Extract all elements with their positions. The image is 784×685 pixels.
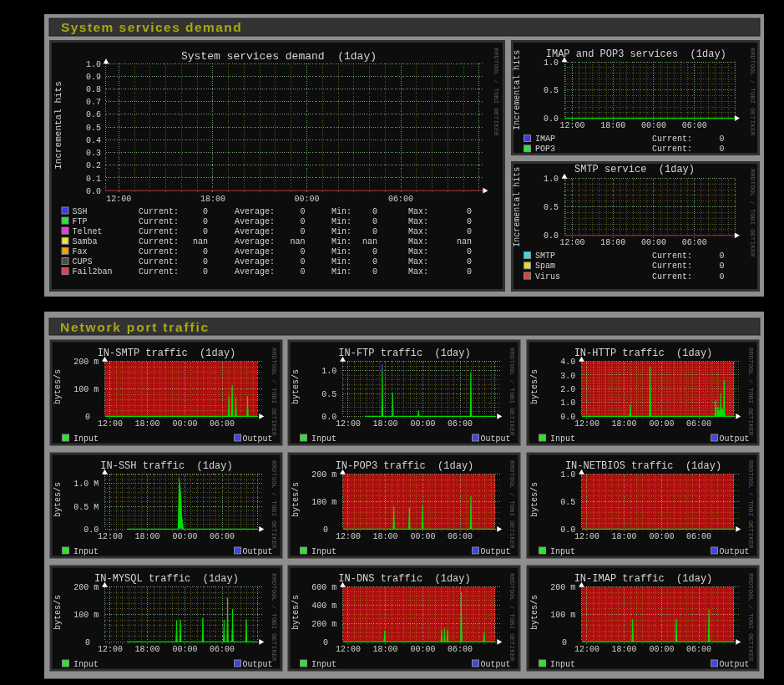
svg-text:Input: Input bbox=[550, 660, 575, 669]
svg-text:Average:: Average: bbox=[235, 227, 275, 236]
svg-text:00:00: 00:00 bbox=[172, 645, 197, 654]
svg-text:Max:: Max: bbox=[408, 257, 428, 266]
svg-text:Min:: Min: bbox=[331, 247, 352, 256]
svg-text:Current:: Current: bbox=[139, 257, 179, 266]
svg-text:18:00: 18:00 bbox=[373, 419, 398, 429]
svg-text:00:00: 00:00 bbox=[294, 195, 319, 204]
svg-text:06:00: 06:00 bbox=[448, 419, 473, 429]
svg-text:Min:: Min: bbox=[331, 267, 352, 277]
svg-text:100 m: 100 m bbox=[73, 611, 99, 620]
svg-text:Average:: Average: bbox=[235, 207, 275, 216]
svg-text:0: 0 bbox=[203, 207, 208, 216]
svg-text:SMTP: SMTP bbox=[535, 251, 555, 261]
svg-text:Current:: Current: bbox=[139, 267, 179, 277]
svg-text:0: 0 bbox=[300, 267, 305, 277]
svg-text:0: 0 bbox=[372, 247, 377, 256]
svg-text:12:00: 12:00 bbox=[98, 419, 123, 429]
svg-text:Min:: Min: bbox=[331, 227, 352, 236]
svg-text:0: 0 bbox=[372, 257, 377, 266]
svg-text:Input: Input bbox=[73, 547, 99, 556]
svg-text:06:00: 06:00 bbox=[686, 532, 711, 541]
svg-text:Current:: Current: bbox=[652, 261, 692, 271]
svg-text:Current:: Current: bbox=[139, 237, 179, 246]
svg-text:0.7: 0.7 bbox=[86, 98, 101, 107]
svg-text:IN-MYSQL traffic (1day): IN-MYSQL traffic (1day) bbox=[94, 573, 239, 585]
svg-text:Output: Output bbox=[481, 660, 511, 669]
svg-text:Telnet: Telnet bbox=[73, 227, 103, 236]
svg-text:RRDTOOL / TOBI OETIKER: RRDTOOL / TOBI OETIKER bbox=[508, 348, 516, 436]
svg-text:Average:: Average: bbox=[235, 237, 275, 246]
svg-text:Spam: Spam bbox=[535, 261, 555, 271]
svg-text:0: 0 bbox=[467, 247, 472, 256]
svg-text:bytes/s: bytes/s bbox=[291, 482, 301, 517]
svg-text:1.0: 1.0 bbox=[560, 398, 575, 408]
svg-text:18:00: 18:00 bbox=[373, 645, 398, 654]
svg-text:0: 0 bbox=[300, 227, 305, 236]
svg-text:18:00: 18:00 bbox=[373, 532, 398, 541]
svg-text:0: 0 bbox=[467, 217, 472, 226]
svg-text:Average:: Average: bbox=[235, 247, 275, 256]
svg-text:IN-IMAP traffic (1day): IN-IMAP traffic (1day) bbox=[574, 573, 713, 585]
svg-text:Output: Output bbox=[720, 547, 750, 556]
svg-text:Input: Input bbox=[550, 434, 575, 444]
svg-text:CUPS: CUPS bbox=[73, 257, 93, 266]
svg-text:Virus: Virus bbox=[535, 272, 560, 282]
svg-text:SSH: SSH bbox=[73, 207, 88, 216]
svg-text:Input: Input bbox=[311, 547, 336, 556]
svg-text:0.5: 0.5 bbox=[544, 86, 559, 95]
svg-text:SMTP service (1day): SMTP service (1day) bbox=[574, 164, 695, 175]
svg-text:IMAP: IMAP bbox=[535, 134, 555, 144]
svg-text:06:00: 06:00 bbox=[682, 121, 707, 130]
svg-text:bytes/s: bytes/s bbox=[291, 595, 301, 630]
svg-text:06:00: 06:00 bbox=[210, 532, 235, 541]
svg-text:600 m: 600 m bbox=[311, 583, 336, 592]
svg-text:Input: Input bbox=[73, 660, 99, 669]
svg-text:0: 0 bbox=[323, 525, 328, 535]
svg-text:12:00: 12:00 bbox=[98, 645, 123, 654]
svg-text:0: 0 bbox=[372, 217, 377, 226]
svg-text:Max:: Max: bbox=[408, 247, 428, 256]
svg-text:12:00: 12:00 bbox=[336, 419, 361, 429]
svg-text:06:00: 06:00 bbox=[448, 532, 473, 541]
svg-text:Output: Output bbox=[243, 547, 273, 556]
svg-text:12:00: 12:00 bbox=[574, 645, 599, 654]
svg-text:100 m: 100 m bbox=[550, 611, 575, 620]
svg-text:06:00: 06:00 bbox=[210, 419, 235, 429]
svg-text:bytes/s: bytes/s bbox=[53, 595, 63, 630]
svg-text:IN-POP3 traffic (1day): IN-POP3 traffic (1day) bbox=[336, 460, 474, 472]
svg-text:200 m: 200 m bbox=[311, 470, 336, 480]
svg-text:0: 0 bbox=[203, 227, 208, 236]
svg-text:0: 0 bbox=[323, 638, 328, 647]
svg-text:0: 0 bbox=[300, 247, 305, 256]
svg-text:0: 0 bbox=[203, 217, 208, 226]
svg-text:12:00: 12:00 bbox=[574, 532, 599, 541]
svg-text:Min:: Min: bbox=[331, 237, 352, 246]
svg-text:bytes/s: bytes/s bbox=[53, 369, 63, 404]
svg-text:RRDTOOL / TOBI OETIKER: RRDTOOL / TOBI OETIKER bbox=[749, 48, 756, 136]
svg-text:00:00: 00:00 bbox=[410, 532, 435, 541]
svg-text:IMAP and POP3 services (1day): IMAP and POP3 services (1day) bbox=[546, 48, 726, 60]
svg-text:Fax: Fax bbox=[73, 247, 88, 256]
svg-text:06:00: 06:00 bbox=[686, 419, 711, 429]
svg-text:0: 0 bbox=[372, 227, 377, 236]
svg-text:bytes/s: bytes/s bbox=[530, 369, 539, 404]
svg-text:0: 0 bbox=[300, 257, 305, 266]
svg-text:RRDTOOL / TOBI OETIKER: RRDTOOL / TOBI OETIKER bbox=[271, 348, 278, 436]
svg-text:18:00: 18:00 bbox=[612, 532, 637, 541]
svg-text:Output: Output bbox=[243, 434, 273, 444]
svg-text:200 m: 200 m bbox=[73, 583, 99, 592]
svg-text:0: 0 bbox=[719, 134, 724, 144]
svg-text:0: 0 bbox=[203, 247, 208, 256]
svg-text:12:00: 12:00 bbox=[574, 419, 599, 429]
svg-text:0.1: 0.1 bbox=[86, 175, 101, 184]
svg-text:12:00: 12:00 bbox=[336, 645, 361, 654]
svg-text:06:00: 06:00 bbox=[448, 645, 473, 654]
svg-text:0.0: 0.0 bbox=[544, 231, 559, 241]
svg-text:00:00: 00:00 bbox=[410, 645, 435, 654]
svg-text:100 m: 100 m bbox=[73, 385, 99, 394]
svg-text:Max:: Max: bbox=[408, 207, 428, 216]
svg-text:Output: Output bbox=[481, 434, 511, 444]
svg-text:Incremental hits: Incremental hits bbox=[513, 50, 522, 130]
svg-text:Input: Input bbox=[311, 434, 336, 444]
svg-text:0: 0 bbox=[467, 207, 472, 216]
